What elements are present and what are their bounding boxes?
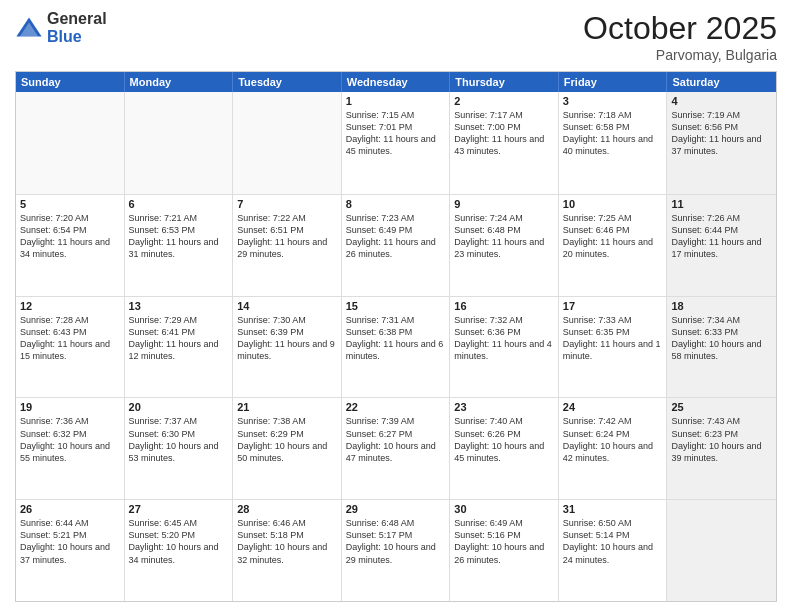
day-number: 15 — [346, 300, 446, 312]
cell-info-text: Sunrise: 7:36 AM Sunset: 6:32 PM Dayligh… — [20, 415, 120, 464]
calendar-body: 1Sunrise: 7:15 AM Sunset: 7:01 PM Daylig… — [16, 92, 776, 601]
weekday-header-monday: Monday — [125, 72, 234, 92]
weekday-header-tuesday: Tuesday — [233, 72, 342, 92]
weekday-header-thursday: Thursday — [450, 72, 559, 92]
calendar-cell-4-4: 30Sunrise: 6:49 AM Sunset: 5:16 PM Dayli… — [450, 500, 559, 601]
day-number: 6 — [129, 198, 229, 210]
day-number: 5 — [20, 198, 120, 210]
cell-info-text: Sunrise: 7:17 AM Sunset: 7:00 PM Dayligh… — [454, 109, 554, 158]
day-number: 30 — [454, 503, 554, 515]
day-number: 3 — [563, 95, 663, 107]
cell-info-text: Sunrise: 7:42 AM Sunset: 6:24 PM Dayligh… — [563, 415, 663, 464]
calendar-cell-2-0: 12Sunrise: 7:28 AM Sunset: 6:43 PM Dayli… — [16, 297, 125, 398]
day-number: 4 — [671, 95, 772, 107]
calendar-cell-2-1: 13Sunrise: 7:29 AM Sunset: 6:41 PM Dayli… — [125, 297, 234, 398]
calendar-cell-3-5: 24Sunrise: 7:42 AM Sunset: 6:24 PM Dayli… — [559, 398, 668, 499]
day-number: 16 — [454, 300, 554, 312]
location: Parvomay, Bulgaria — [583, 47, 777, 63]
calendar: SundayMondayTuesdayWednesdayThursdayFrid… — [15, 71, 777, 602]
cell-info-text: Sunrise: 6:48 AM Sunset: 5:17 PM Dayligh… — [346, 517, 446, 566]
calendar-cell-2-2: 14Sunrise: 7:30 AM Sunset: 6:39 PM Dayli… — [233, 297, 342, 398]
day-number: 26 — [20, 503, 120, 515]
cell-info-text: Sunrise: 6:44 AM Sunset: 5:21 PM Dayligh… — [20, 517, 120, 566]
day-number: 9 — [454, 198, 554, 210]
day-number: 7 — [237, 198, 337, 210]
calendar-cell-1-4: 9Sunrise: 7:24 AM Sunset: 6:48 PM Daylig… — [450, 195, 559, 296]
calendar-cell-0-1 — [125, 92, 234, 194]
calendar-cell-1-0: 5Sunrise: 7:20 AM Sunset: 6:54 PM Daylig… — [16, 195, 125, 296]
cell-info-text: Sunrise: 7:15 AM Sunset: 7:01 PM Dayligh… — [346, 109, 446, 158]
calendar-cell-3-6: 25Sunrise: 7:43 AM Sunset: 6:23 PM Dayli… — [667, 398, 776, 499]
calendar-cell-4-1: 27Sunrise: 6:45 AM Sunset: 5:20 PM Dayli… — [125, 500, 234, 601]
weekday-header-sunday: Sunday — [16, 72, 125, 92]
calendar-cell-4-0: 26Sunrise: 6:44 AM Sunset: 5:21 PM Dayli… — [16, 500, 125, 601]
cell-info-text: Sunrise: 6:49 AM Sunset: 5:16 PM Dayligh… — [454, 517, 554, 566]
calendar-cell-0-4: 2Sunrise: 7:17 AM Sunset: 7:00 PM Daylig… — [450, 92, 559, 194]
day-number: 8 — [346, 198, 446, 210]
day-number: 11 — [671, 198, 772, 210]
calendar-cell-4-5: 31Sunrise: 6:50 AM Sunset: 5:14 PM Dayli… — [559, 500, 668, 601]
calendar-cell-0-0 — [16, 92, 125, 194]
cell-info-text: Sunrise: 7:31 AM Sunset: 6:38 PM Dayligh… — [346, 314, 446, 363]
cell-info-text: Sunrise: 7:20 AM Sunset: 6:54 PM Dayligh… — [20, 212, 120, 261]
cell-info-text: Sunrise: 7:39 AM Sunset: 6:27 PM Dayligh… — [346, 415, 446, 464]
cell-info-text: Sunrise: 7:33 AM Sunset: 6:35 PM Dayligh… — [563, 314, 663, 363]
cell-info-text: Sunrise: 7:32 AM Sunset: 6:36 PM Dayligh… — [454, 314, 554, 363]
logo-text: General Blue — [47, 10, 107, 45]
cell-info-text: Sunrise: 7:40 AM Sunset: 6:26 PM Dayligh… — [454, 415, 554, 464]
day-number: 24 — [563, 401, 663, 413]
calendar-cell-4-6 — [667, 500, 776, 601]
cell-info-text: Sunrise: 6:45 AM Sunset: 5:20 PM Dayligh… — [129, 517, 229, 566]
day-number: 1 — [346, 95, 446, 107]
day-number: 18 — [671, 300, 772, 312]
title-area: October 2025 Parvomay, Bulgaria — [583, 10, 777, 63]
calendar-row-2: 12Sunrise: 7:28 AM Sunset: 6:43 PM Dayli… — [16, 296, 776, 398]
cell-info-text: Sunrise: 7:22 AM Sunset: 6:51 PM Dayligh… — [237, 212, 337, 261]
day-number: 31 — [563, 503, 663, 515]
page: General Blue October 2025 Parvomay, Bulg… — [0, 0, 792, 612]
calendar-cell-1-3: 8Sunrise: 7:23 AM Sunset: 6:49 PM Daylig… — [342, 195, 451, 296]
day-number: 21 — [237, 401, 337, 413]
day-number: 13 — [129, 300, 229, 312]
day-number: 29 — [346, 503, 446, 515]
calendar-cell-2-6: 18Sunrise: 7:34 AM Sunset: 6:33 PM Dayli… — [667, 297, 776, 398]
day-number: 25 — [671, 401, 772, 413]
calendar-cell-3-2: 21Sunrise: 7:38 AM Sunset: 6:29 PM Dayli… — [233, 398, 342, 499]
calendar-cell-2-3: 15Sunrise: 7:31 AM Sunset: 6:38 PM Dayli… — [342, 297, 451, 398]
day-number: 27 — [129, 503, 229, 515]
weekday-header-friday: Friday — [559, 72, 668, 92]
calendar-header: SundayMondayTuesdayWednesdayThursdayFrid… — [16, 72, 776, 92]
calendar-cell-0-6: 4Sunrise: 7:19 AM Sunset: 6:56 PM Daylig… — [667, 92, 776, 194]
cell-info-text: Sunrise: 7:28 AM Sunset: 6:43 PM Dayligh… — [20, 314, 120, 363]
day-number: 14 — [237, 300, 337, 312]
logo: General Blue — [15, 10, 107, 45]
calendar-row-0: 1Sunrise: 7:15 AM Sunset: 7:01 PM Daylig… — [16, 92, 776, 194]
day-number: 19 — [20, 401, 120, 413]
cell-info-text: Sunrise: 7:24 AM Sunset: 6:48 PM Dayligh… — [454, 212, 554, 261]
calendar-cell-4-3: 29Sunrise: 6:48 AM Sunset: 5:17 PM Dayli… — [342, 500, 451, 601]
header: General Blue October 2025 Parvomay, Bulg… — [15, 10, 777, 63]
calendar-cell-1-2: 7Sunrise: 7:22 AM Sunset: 6:51 PM Daylig… — [233, 195, 342, 296]
cell-info-text: Sunrise: 7:37 AM Sunset: 6:30 PM Dayligh… — [129, 415, 229, 464]
cell-info-text: Sunrise: 7:18 AM Sunset: 6:58 PM Dayligh… — [563, 109, 663, 158]
cell-info-text: Sunrise: 7:21 AM Sunset: 6:53 PM Dayligh… — [129, 212, 229, 261]
calendar-cell-3-4: 23Sunrise: 7:40 AM Sunset: 6:26 PM Dayli… — [450, 398, 559, 499]
day-number: 10 — [563, 198, 663, 210]
day-number: 17 — [563, 300, 663, 312]
calendar-cell-1-1: 6Sunrise: 7:21 AM Sunset: 6:53 PM Daylig… — [125, 195, 234, 296]
day-number: 12 — [20, 300, 120, 312]
calendar-cell-2-5: 17Sunrise: 7:33 AM Sunset: 6:35 PM Dayli… — [559, 297, 668, 398]
calendar-cell-1-5: 10Sunrise: 7:25 AM Sunset: 6:46 PM Dayli… — [559, 195, 668, 296]
calendar-cell-3-0: 19Sunrise: 7:36 AM Sunset: 6:32 PM Dayli… — [16, 398, 125, 499]
weekday-header-saturday: Saturday — [667, 72, 776, 92]
calendar-cell-3-1: 20Sunrise: 7:37 AM Sunset: 6:30 PM Dayli… — [125, 398, 234, 499]
day-number: 22 — [346, 401, 446, 413]
cell-info-text: Sunrise: 7:29 AM Sunset: 6:41 PM Dayligh… — [129, 314, 229, 363]
cell-info-text: Sunrise: 7:25 AM Sunset: 6:46 PM Dayligh… — [563, 212, 663, 261]
calendar-cell-3-3: 22Sunrise: 7:39 AM Sunset: 6:27 PM Dayli… — [342, 398, 451, 499]
cell-info-text: Sunrise: 7:19 AM Sunset: 6:56 PM Dayligh… — [671, 109, 772, 158]
calendar-row-1: 5Sunrise: 7:20 AM Sunset: 6:54 PM Daylig… — [16, 194, 776, 296]
calendar-row-3: 19Sunrise: 7:36 AM Sunset: 6:32 PM Dayli… — [16, 397, 776, 499]
day-number: 23 — [454, 401, 554, 413]
logo-general-text: General — [47, 10, 107, 28]
